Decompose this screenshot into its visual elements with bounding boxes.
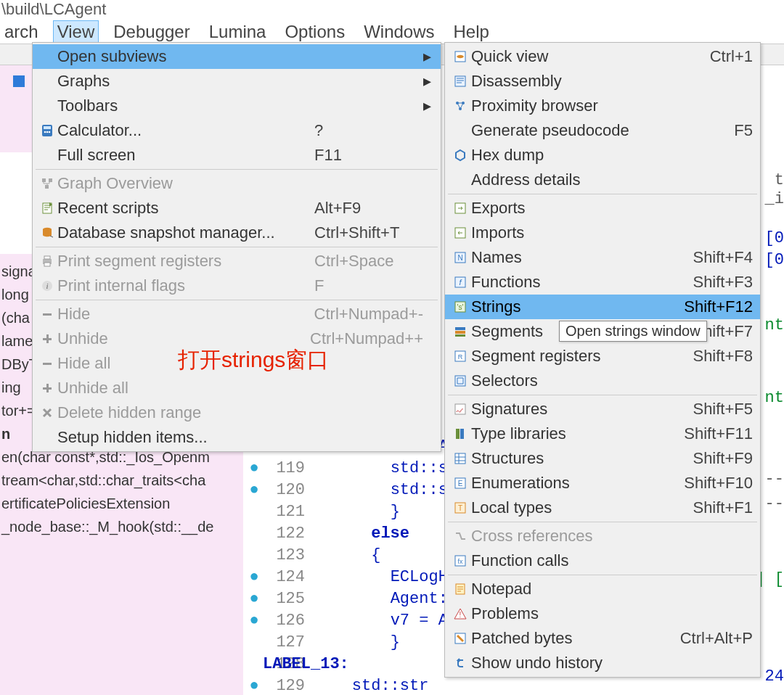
subview-item-signatures[interactable]: SignaturesShift+F5 [445,397,760,421]
view-item-hide: HideCtrl+Numpad+- [33,302,441,326]
menu-item-shortcut: F5 [734,121,753,140]
subview-item-function-calls[interactable]: fxFunction calls [445,548,760,573]
line-number: 122 [261,525,305,543]
exp-icon [449,201,471,215]
menu-item-label: Notepad [471,580,753,599]
subview-item-selectors[interactable]: Selectors [445,369,760,393]
graph-icon [37,176,57,191]
subview-item-functions[interactable]: fFunctionsShift+F3 [445,270,760,295]
svg-rect-22 [455,76,465,86]
view-item-open-subviews[interactable]: Open subviews▸ [33,44,441,69]
x-icon [37,406,57,420]
line-number: 123 [261,546,305,564]
line-number: 125 [261,590,305,608]
subview-item-quick-view[interactable]: Quick viewCtrl+1 [445,44,760,69]
subview-item-imports[interactable]: Imports [445,221,760,245]
view-item-toolbars[interactable]: Toolbars▸ [33,94,441,118]
menu-item-label: Proximity browser [471,96,753,115]
menu-item-label: Segment registers [471,347,693,366]
subview-item-patched-bytes[interactable]: Patched bytesCtrl+Alt+P [445,626,760,651]
code-fragment: nt [765,389,784,407]
breakpoint-dot-icon: ● [247,677,261,695]
db-icon [37,226,57,240]
menu-item-shortcut: Shift+F11 [684,424,753,443]
prox-icon [449,99,471,113]
menu-item-label: Open subviews [57,47,314,66]
subview-item-notepad[interactable]: Notepad [445,577,760,601]
undo-icon [449,656,471,670]
code-text: } [314,503,400,521]
subview-item-local-types[interactable]: TLocal typesShift+F1 [445,495,760,520]
svg-text:fx: fx [457,558,463,565]
line-number: 124 [261,568,305,586]
view-item-graphs[interactable]: Graphs▸ [33,69,441,94]
submenu-arrow-icon: ▸ [423,47,435,66]
menu-windows[interactable]: Windows [359,20,438,44]
subview-item-enumerations[interactable]: EEnumerationsShift+F10 [445,471,760,495]
breakpoint-dot-icon: ● [247,459,261,477]
menu-item-shortcut: Shift+F5 [693,400,753,419]
menu-lumina[interactable]: Lumina [205,20,271,44]
code-fragment: t [775,171,784,189]
minus2-icon [37,356,57,371]
line-number: 126 [261,612,305,630]
menu-options[interactable]: Options [280,20,349,44]
menu-item-label: Delete hidden range [57,403,314,422]
menu-item-label: Calculator... [57,121,314,140]
annotation-text: 打开strings窗口 [178,345,329,375]
subview-item-show-undo-history[interactable]: Show undo history [445,651,760,675]
line-number: 119 [261,459,305,477]
subview-item-exports[interactable]: Exports [445,196,760,221]
minus-icon [37,307,57,321]
subview-item-names[interactable]: NNamesShift+F4 [445,245,760,270]
view-item-print-internal-flags: iPrint internal flagsF [33,274,441,298]
menu-item-label: Local types [471,498,693,517]
subview-item-disassembly[interactable]: Disassembly [445,69,760,94]
subview-item-structures[interactable]: StructuresShift+F9 [445,446,760,471]
view-item-setup-hidden-items-[interactable]: Setup hidden items... [33,425,441,450]
subview-item-problems[interactable]: !Problems [445,601,760,626]
view-item-recent-scripts[interactable]: Recent scriptsAlt+F9 [33,196,441,221]
svg-point-4 [49,131,51,133]
svg-text:E: E [458,480,463,488]
svg-rect-37 [455,334,465,337]
segr-icon: R [449,349,471,363]
menu-item-shortcut: F11 [314,146,423,165]
subview-item-segment-registers[interactable]: RSegment registersShift+F8 [445,344,760,369]
script-icon [37,201,57,215]
view-item-full-screen[interactable]: Full screenF11 [33,143,441,168]
menu-item-label: Address details [471,170,753,189]
view-item-calculator-[interactable]: Calculator...? [33,118,441,143]
menu-item-shortcut: ? [314,121,423,140]
str-icon: 's' [449,300,471,314]
menu-item-label: Exports [471,199,753,218]
svg-rect-18 [43,363,52,365]
print-icon [37,254,57,268]
svg-text:i: i [46,281,48,290]
menu-item-label: Setup hidden items... [57,428,314,447]
menu-item-label: Names [471,248,693,267]
breakpoint-dot-icon: ● [247,590,261,608]
menu-help[interactable]: Help [449,20,494,44]
subview-item-strings[interactable]: 's'StringsShift+F12 [445,295,760,319]
svg-rect-20 [46,384,49,392]
code-text: Agent: [314,590,448,608]
subview-item-generate-pseudocode[interactable]: Generate pseudocodeF5 [445,118,760,143]
sig-icon [449,402,471,416]
menu-search[interactable]: arch [0,20,43,44]
menu-item-label: Show undo history [471,654,753,673]
names-line: ertificatePoliciesExtension [0,492,243,515]
svg-rect-17 [46,334,49,343]
subview-item-address-details[interactable]: Address details [445,168,760,192]
code-line[interactable]: ●129 std::str [247,675,784,695]
subview-item-type-libraries[interactable]: Type librariesShift+F11 [445,421,760,446]
menu-debugger[interactable]: Debugger [109,20,194,44]
view-item-database-snapshot-manager-[interactable]: Database snapshot manager...Ctrl+Shift+T [33,221,441,245]
menu-item-shortcut: Shift+F10 [684,474,753,493]
svg-rect-44 [455,453,465,464]
menu-item-label: Graphs [57,72,314,91]
menu-view[interactable]: View [53,20,99,44]
subview-item-hex-dump[interactable]: Hex dump [445,143,760,168]
subview-item-proximity-browser[interactable]: Proximity browser [445,94,760,118]
menu-item-label: Unhide all [57,379,314,398]
